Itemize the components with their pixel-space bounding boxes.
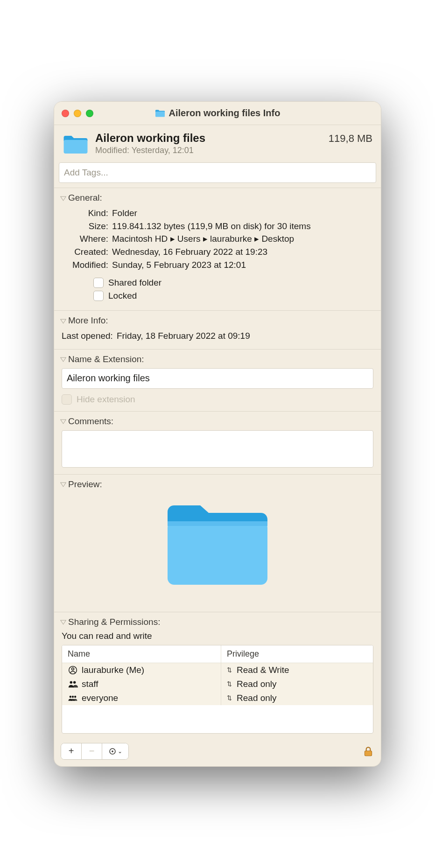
zoom-button[interactable] (86, 110, 93, 117)
svg-point-9 (72, 696, 74, 698)
folder-icon (63, 132, 89, 158)
svg-point-10 (74, 696, 76, 698)
sort-icon[interactable]: ⇅ (227, 680, 232, 687)
permission-privilege[interactable]: Read only (237, 679, 277, 689)
sort-icon[interactable]: ⇅ (227, 694, 232, 701)
traffic-lights (62, 110, 93, 117)
item-modified: Modified: Yesterday, 12:01 (95, 146, 322, 155)
add-user-button[interactable]: + (61, 743, 82, 759)
permission-privilege[interactable]: Read & Write (237, 665, 289, 675)
minimize-button[interactable] (74, 110, 81, 117)
permissions-row[interactable]: staff⇅Read only (62, 677, 373, 691)
group-icon (68, 679, 78, 689)
permission-name: lauraburke (Me) (82, 665, 144, 675)
kind-value: Folder (112, 207, 373, 220)
chevron-down-icon: ▽ (60, 195, 66, 202)
name-extension-input[interactable] (62, 368, 373, 389)
section-moreinfo-header[interactable]: ▽ More Info: (54, 310, 381, 329)
remove-user-button: − (82, 743, 102, 759)
locked-label: Locked (108, 291, 137, 301)
svg-point-5 (72, 668, 74, 670)
header: Aileron working files Modified: Yesterda… (54, 125, 381, 162)
section-nameext-body: Hide extension (54, 367, 381, 411)
section-comments-body (54, 429, 381, 474)
window-title: Aileron working files Info (54, 108, 381, 119)
where-label: Where: (62, 232, 108, 245)
created-label: Created: (62, 245, 108, 259)
permission-name: everyone (82, 693, 118, 703)
size-label: Size: (62, 220, 108, 233)
created-value: Wednesday, 16 February 2022 at 19:23 (112, 245, 373, 259)
where-value: Macintosh HD ▸ Users ▸ lauraburke ▸ Desk… (112, 232, 373, 245)
tags-row: Add Tags... (54, 162, 381, 188)
section-nameext-title: Name & Extension: (68, 354, 144, 364)
hide-extension-checkbox (62, 394, 72, 405)
size-value: 119.841.132 bytes (119,9 MB on disk) for… (112, 220, 373, 233)
section-general-title: General: (68, 193, 102, 203)
folder-icon (155, 109, 165, 118)
svg-point-12 (112, 750, 113, 752)
item-size: 119,8 MB (329, 132, 372, 145)
section-nameext-header[interactable]: ▽ Name & Extension: (54, 349, 381, 367)
hide-extension-label: Hide extension (77, 394, 135, 405)
action-menu-button[interactable]: ⌄ (102, 743, 128, 759)
svg-rect-1 (64, 140, 88, 154)
chevron-down-icon: ▽ (60, 618, 66, 625)
last-opened-value: Friday, 18 February 2022 at 09:19 (117, 329, 373, 343)
window-title-text: Aileron working files Info (169, 108, 281, 119)
tags-input[interactable]: Add Tags... (59, 162, 376, 183)
bottom-toolbar: + − ⌄ (54, 740, 381, 766)
chevron-down-icon: ▽ (60, 418, 66, 425)
col-name-header[interactable]: Name (62, 645, 221, 663)
svg-rect-13 (365, 751, 372, 756)
col-privilege-header[interactable]: Privilege (221, 645, 373, 663)
section-moreinfo-body: Last opened: Friday, 18 February 2022 at… (54, 329, 381, 349)
section-comments-header[interactable]: ▽ Comments: (54, 411, 381, 429)
preview-folder-icon (159, 498, 276, 591)
permission-status: You can read and write (62, 631, 373, 645)
section-preview-title: Preview: (68, 479, 102, 490)
permissions-actions: + − ⌄ (61, 743, 129, 760)
item-name: Aileron working files (95, 132, 322, 145)
sort-icon[interactable]: ⇅ (227, 666, 232, 673)
close-button[interactable] (62, 110, 69, 117)
section-sharing-body: You can read and write Name Privilege la… (54, 630, 381, 740)
permissions-table-header: Name Privilege (62, 645, 373, 663)
section-moreinfo-title: More Info: (68, 315, 108, 326)
svg-rect-3 (168, 521, 267, 526)
svg-point-6 (70, 681, 73, 684)
group-icon (68, 693, 78, 703)
section-preview-body (54, 492, 381, 612)
modified-label: Modified: (62, 259, 108, 272)
comments-input[interactable] (62, 430, 373, 468)
chevron-down-icon: ▽ (60, 356, 66, 363)
section-general-header[interactable]: ▽ General: (54, 188, 381, 206)
gear-icon (108, 747, 117, 756)
svg-point-8 (70, 696, 71, 698)
locked-checkbox[interactable] (93, 291, 104, 301)
lock-icon[interactable] (362, 745, 374, 757)
section-comments-title: Comments: (68, 416, 113, 427)
titlebar: Aileron working files Info (54, 102, 381, 125)
kind-label: Kind: (62, 207, 108, 220)
section-sharing-title: Sharing & Permissions: (68, 617, 160, 627)
shared-folder-label: Shared folder (108, 278, 161, 288)
permission-name: staff (82, 679, 98, 689)
shared-folder-checkbox[interactable] (93, 278, 104, 288)
section-preview-header[interactable]: ▽ Preview: (54, 474, 381, 492)
section-sharing-header[interactable]: ▽ Sharing & Permissions: (54, 612, 381, 630)
user-icon (68, 665, 78, 675)
svg-rect-0 (155, 112, 165, 117)
permissions-table: Name Privilege lauraburke (Me)⇅Read & Wr… (62, 645, 373, 734)
svg-point-7 (73, 681, 76, 684)
modified-value: Sunday, 5 February 2023 at 12:01 (112, 259, 373, 272)
chevron-down-icon: ⌄ (118, 748, 122, 755)
chevron-down-icon: ▽ (60, 481, 66, 488)
svg-rect-2 (168, 521, 267, 585)
chevron-down-icon: ▽ (60, 317, 66, 324)
permission-privilege[interactable]: Read only (237, 693, 277, 703)
permissions-row[interactable]: everyone⇅Read only (62, 691, 373, 705)
permissions-row[interactable]: lauraburke (Me)⇅Read & Write (62, 663, 373, 677)
get-info-window: Aileron working files Info Aileron worki… (54, 101, 381, 766)
section-general-body: Kind:Folder Size:119.841.132 bytes (119,… (54, 206, 381, 310)
